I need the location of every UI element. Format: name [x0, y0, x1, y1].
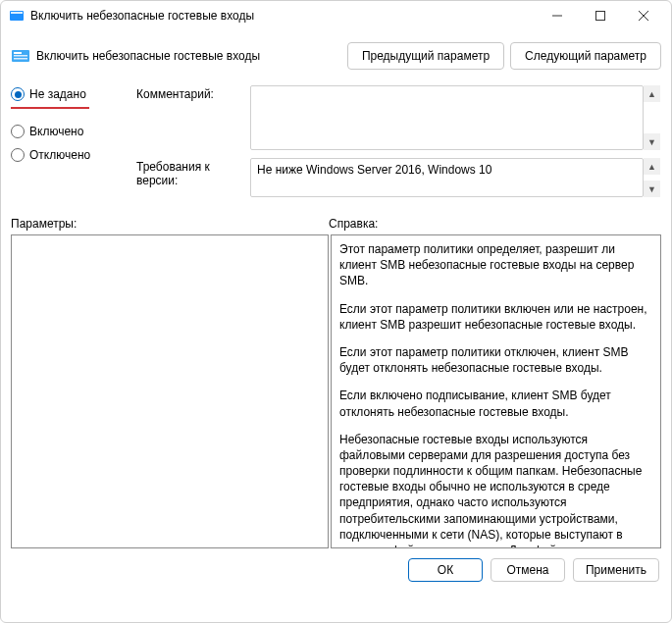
minimize-button[interactable]: [536, 1, 579, 30]
help-paragraph: Если этот параметр политики отключен, кл…: [339, 344, 652, 376]
scroll-down-icon[interactable]: ▼: [644, 181, 660, 197]
help-paragraph: Если включено подписывание, клиент SMB б…: [339, 388, 652, 419]
help-paragraph: Если этот параметр политики включен или …: [339, 301, 652, 333]
app-icon: [9, 8, 25, 24]
help-paragraph: Этот параметр политики определяет, разре…: [339, 241, 652, 289]
radio-label: Отключено: [29, 148, 90, 162]
svg-rect-3: [596, 12, 605, 21]
maximize-button[interactable]: [579, 1, 622, 30]
radio-icon: [11, 125, 25, 138]
comment-label: Комментарий:: [136, 85, 250, 150]
selected-underline: [11, 107, 89, 109]
state-radio-disabled[interactable]: Отключено: [11, 148, 136, 162]
requirements-field: Не ниже Windows Server 2016, Windows 10: [250, 158, 644, 197]
requirements-scroll: ▲ ▼: [644, 158, 661, 197]
radio-label: Не задано: [29, 87, 86, 101]
comment-scroll: ▲ ▼: [644, 85, 661, 150]
requirements-label: Требования к версии:: [136, 158, 250, 197]
next-setting-button[interactable]: Следующий параметр: [510, 42, 661, 70]
scroll-up-icon[interactable]: ▲: [644, 158, 660, 175]
window-controls: [536, 1, 665, 30]
policy-title: Включить небезопасные гостевые входы: [36, 49, 260, 63]
radio-label: Включено: [29, 125, 83, 138]
policy-icon: [11, 46, 30, 66]
state-radio-enabled[interactable]: Включено: [11, 125, 136, 138]
svg-rect-8: [14, 55, 27, 57]
options-heading: Параметры:: [11, 217, 329, 231]
help-paragraph: Небезопасные гостевые входы используются…: [339, 432, 652, 548]
close-button[interactable]: [622, 1, 665, 30]
radio-icon: [11, 87, 25, 101]
comment-field[interactable]: [250, 85, 644, 150]
cancel-button[interactable]: Отмена: [491, 558, 565, 582]
previous-setting-button[interactable]: Предыдущий параметр: [347, 42, 504, 70]
svg-rect-1: [11, 12, 23, 14]
help-heading: Справка:: [329, 217, 661, 231]
apply-button[interactable]: Применить: [573, 558, 659, 582]
svg-rect-7: [14, 52, 22, 54]
scroll-down-icon[interactable]: ▼: [644, 133, 660, 150]
policy-header: Включить небезопасные гостевые входы Пре…: [1, 30, 671, 76]
help-pane[interactable]: Этот параметр политики определяет, разре…: [331, 234, 661, 548]
svg-rect-9: [14, 58, 27, 60]
ok-button[interactable]: ОК: [408, 558, 483, 582]
window-title: Включить небезопасные гостевые входы: [30, 9, 536, 23]
scroll-up-icon[interactable]: ▲: [644, 85, 660, 102]
options-pane[interactable]: [11, 234, 329, 548]
state-radio-group: Не задано Включено Отключено: [11, 85, 136, 197]
state-radio-not-configured[interactable]: Не задано: [11, 87, 136, 101]
titlebar: Включить небезопасные гостевые входы: [1, 1, 671, 30]
radio-icon: [11, 148, 25, 162]
